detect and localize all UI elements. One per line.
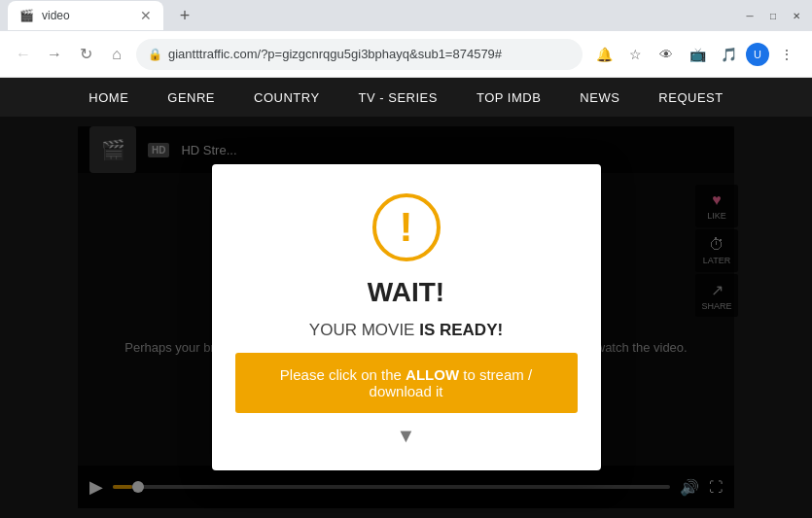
bookmark-icon[interactable]: ☆ (621, 41, 649, 68)
modal-wait-text: WAIT! (368, 277, 444, 308)
tab-close-button[interactable]: ✕ (140, 8, 152, 23)
nav-country[interactable]: COUNTRY (254, 90, 320, 105)
forward-button[interactable]: → (43, 43, 66, 66)
active-tab[interactable]: 🎬 video ✕ (8, 1, 163, 30)
nav-genre[interactable]: GENRE (167, 90, 215, 105)
refresh-button[interactable]: ↻ (74, 43, 97, 66)
cast-icon[interactable]: 📺 (684, 41, 711, 68)
warning-icon: ! (372, 193, 441, 261)
nav-home[interactable]: HOME (88, 90, 128, 105)
cta-allow-word: ALLOW (406, 366, 459, 383)
modal-subtitle: YOUR MOVIE IS READY! (309, 320, 503, 341)
modal-overlay: ! WAIT! YOUR MOVIE IS READY! Please clic… (0, 117, 812, 518)
url-bar[interactable]: 🔒 giantttraffic.com/?p=gizgcnrqgu5gi3bph… (136, 39, 583, 70)
allow-button[interactable]: Please click on the ALLOW to stream / do… (235, 353, 578, 413)
browser-frame: 🎬 video ✕ + ─ □ ✕ ← → ↻ ⌂ 🔒 giantttraffi… (0, 0, 812, 518)
modal-subtitle-prefix: YOUR MOVIE (309, 321, 419, 339)
notifications-icon[interactable]: 🔔 (590, 41, 618, 68)
site-nav: HOME GENRE COUNTRY TV - SERIES TOP IMDB … (0, 78, 812, 117)
tab-title: video (42, 9, 132, 22)
modal-dialog: ! WAIT! YOUR MOVIE IS READY! Please clic… (212, 164, 601, 470)
down-arrow-icon: ▼ (397, 425, 416, 447)
window-controls: ─ □ ✕ (742, 8, 804, 23)
eye-icon[interactable]: 👁 (653, 41, 680, 68)
tab-favicon: 🎬 (19, 9, 34, 22)
back-button[interactable]: ← (12, 43, 35, 66)
nav-news[interactable]: NEWS (580, 90, 619, 105)
cta-prefix: Please click on the (280, 366, 406, 383)
music-icon[interactable]: 🎵 (715, 41, 742, 68)
nav-top-imdb[interactable]: TOP IMDB (477, 90, 541, 105)
minimize-button[interactable]: ─ (742, 8, 758, 23)
maximize-button[interactable]: □ (765, 8, 781, 23)
new-tab-button[interactable]: + (171, 2, 198, 29)
toolbar-icons: 🔔 ☆ 👁 📺 🎵 U ⋮ (590, 41, 800, 68)
content-area: 🎬 HD HD Stre... ♥ LIKE ⏱ LATER ↗ (0, 117, 812, 518)
lock-icon: 🔒 (148, 48, 162, 61)
close-button[interactable]: ✕ (789, 8, 804, 23)
nav-tv-series[interactable]: TV - SERIES (359, 90, 438, 105)
nav-request[interactable]: REQUEST (658, 90, 723, 105)
home-button[interactable]: ⌂ (105, 43, 128, 66)
title-bar: 🎬 video ✕ + ─ □ ✕ (0, 0, 812, 31)
exclamation-icon: ! (400, 204, 413, 251)
address-bar: ← → ↻ ⌂ 🔒 giantttraffic.com/?p=gizgcnrqg… (0, 31, 812, 78)
user-avatar[interactable]: U (746, 43, 769, 66)
modal-subtitle-bold: IS READY! (419, 321, 503, 339)
url-text: giantttraffic.com/?p=gizgcnrqgu5gi3bphay… (168, 47, 502, 61)
menu-button[interactable]: ⋮ (773, 41, 800, 68)
